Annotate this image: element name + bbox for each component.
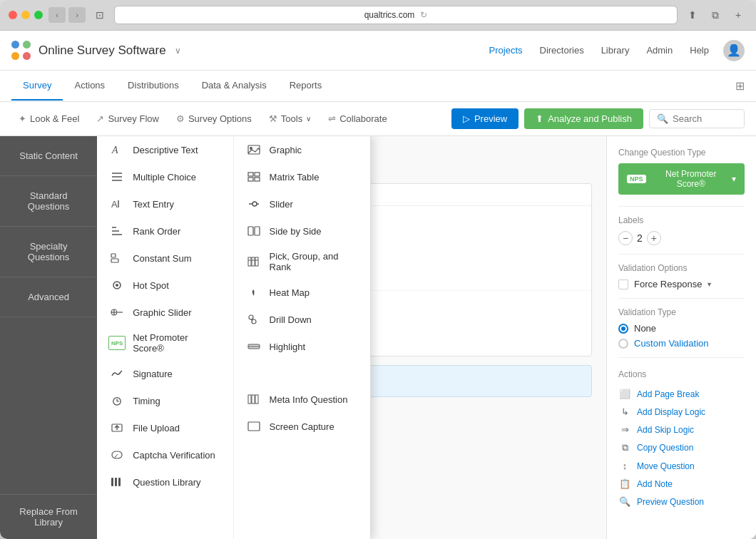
action-add-display-logic[interactable]: ↳ Add Display Logic: [618, 403, 745, 421]
qt-timing[interactable]: Timing: [97, 387, 233, 414]
custom-validation-label[interactable]: Custom Validation: [634, 338, 709, 349]
main-area: Online Survey Software ▾ How was your ex…: [0, 136, 756, 539]
action-add-skip-logic[interactable]: ⇒ Add Skip Logic: [618, 421, 745, 438]
qt-constant-sum[interactable]: Constant Sum: [97, 245, 233, 272]
force-response-checkbox[interactable]: [618, 279, 628, 289]
label-increase-button[interactable]: +: [647, 231, 661, 245]
radio-custom-row: Custom Validation: [618, 338, 745, 349]
side-by-side-icon: [245, 224, 262, 238]
qt-matrix-table[interactable]: Matrix Table: [234, 163, 370, 190]
forward-button[interactable]: ›: [68, 7, 86, 23]
nav-buttons: ‹ ›: [48, 7, 86, 23]
share-button[interactable]: ⬆: [683, 7, 702, 23]
qt-descriptive-text[interactable]: A Descriptive Text: [97, 136, 233, 163]
user-avatar[interactable]: 👤: [723, 40, 745, 61]
tools-button[interactable]: ⚒ Tools ∨: [262, 109, 318, 128]
divider-1: [618, 206, 745, 207]
qt-pick-group-rank[interactable]: Pick, Group, and Rank: [234, 245, 370, 279]
qt-screen-capture[interactable]: Screen Capture: [234, 413, 370, 440]
logo-dots: [11, 41, 31, 61]
search-box: 🔍: [649, 109, 745, 128]
nav-link-help[interactable]: Help: [690, 45, 709, 56]
sidebar-replace-library[interactable]: Replace From Library: [0, 494, 97, 539]
validation-type-group: None Custom Validation: [618, 323, 745, 349]
address-bar[interactable]: qualtrics.com ↻: [114, 6, 678, 24]
svg-point-33: [252, 202, 257, 206]
action-preview-question[interactable]: 🔍 Preview Question: [618, 493, 745, 510]
new-tab-button[interactable]: ⧉: [706, 7, 725, 23]
action-move-question[interactable]: ↕ Move Question: [618, 457, 745, 475]
label-decrease-button[interactable]: −: [618, 231, 633, 245]
fullscreen-traffic-light[interactable]: [34, 11, 43, 19]
actions-section: Actions ⬜ Add Page Break ↳ Add Display L…: [618, 369, 745, 510]
grid-icon[interactable]: ⊞: [735, 80, 745, 92]
qt-file-upload[interactable]: File Upload: [97, 414, 233, 441]
svg-rect-31: [255, 178, 260, 181]
svg-rect-35: [255, 227, 260, 235]
tab-data-analysis[interactable]: Data & Analysis: [190, 71, 278, 101]
qt-drill-down[interactable]: Drill Down: [234, 306, 370, 333]
timing-icon: [108, 394, 126, 408]
survey-options-button[interactable]: ⚙ Survey Options: [169, 109, 259, 128]
preview-button[interactable]: ▷ Preview: [451, 108, 519, 129]
qt-captcha[interactable]: ✓ Captcha Verification: [97, 441, 233, 468]
search-input[interactable]: [673, 113, 737, 124]
radio-custom-validation[interactable]: [618, 339, 628, 349]
qt-hot-spot[interactable]: Hot Spot: [97, 272, 233, 299]
survey-flow-button[interactable]: ↗ Survey Flow: [89, 109, 166, 128]
sidebar-advanced[interactable]: Advanced: [0, 277, 97, 317]
refresh-icon[interactable]: ↻: [420, 10, 427, 20]
analyze-publish-button[interactable]: ⬆ Analyze and Publish: [524, 108, 643, 129]
qt-text-entry[interactable]: A Text Entry: [97, 190, 233, 217]
qt-heat-map[interactable]: Heat Map: [234, 279, 370, 306]
add-tab-button[interactable]: +: [729, 7, 747, 23]
sidebar-static-content[interactable]: Static Content: [0, 136, 97, 176]
right-panel: Change Question Type NPS Net Promoter Sc…: [606, 136, 756, 539]
minimize-traffic-light[interactable]: [21, 11, 30, 19]
sidebar-specialty-questions[interactable]: Specialty Questions: [0, 227, 97, 277]
multiple-choice-icon: [108, 170, 126, 184]
action-add-note[interactable]: 📋 Add Note: [618, 475, 745, 493]
preview-icon: ▷: [463, 113, 470, 124]
tab-reports[interactable]: Reports: [278, 71, 334, 101]
nav-link-projects[interactable]: Projects: [489, 45, 523, 56]
qt-multiple-choice[interactable]: Multiple Choice: [97, 163, 233, 190]
tab-actions[interactable]: Actions: [63, 71, 116, 101]
nav-link-directories[interactable]: Directories: [540, 45, 584, 56]
action-copy-question[interactable]: ⧉ Copy Question: [618, 438, 745, 457]
look-feel-button[interactable]: ✦ Look & Feel: [11, 109, 86, 128]
validation-type-title: Validation Type: [618, 307, 745, 317]
qt-highlight[interactable]: Highlight: [234, 333, 370, 360]
meta-info-icon: [245, 392, 262, 406]
qt-slider[interactable]: Slider: [234, 190, 370, 217]
reader-button[interactable]: ⊡: [91, 7, 108, 23]
svg-point-42: [249, 315, 253, 319]
nav-link-library[interactable]: Library: [601, 45, 630, 56]
add-note-icon: 📋: [618, 478, 631, 489]
screen-capture-icon: [245, 419, 262, 433]
change-type-button[interactable]: NPS Net Promoter Score® ▾: [618, 163, 745, 195]
close-traffic-light[interactable]: [9, 11, 17, 19]
collaborate-button[interactable]: ⇌ Collaborate: [321, 109, 394, 128]
constant-sum-icon: [108, 251, 126, 265]
qt-graphic[interactable]: Graphic: [234, 136, 370, 163]
radio-none[interactable]: [618, 324, 628, 334]
qt-graphic-slider[interactable]: Graphic Slider: [97, 299, 233, 326]
logo-area: Online Survey Software ∨: [11, 41, 181, 61]
logo-dropdown-icon[interactable]: ∨: [175, 46, 181, 56]
qt-signature[interactable]: Signature: [97, 360, 233, 387]
qt-net-promoter-score[interactable]: NPS Net Promoter Score®: [97, 326, 233, 360]
qt-side-by-side[interactable]: Side by Side: [234, 217, 370, 245]
qt-rank-order[interactable]: Rank Order: [97, 217, 233, 245]
action-add-page-break[interactable]: ⬜ Add Page Break: [618, 385, 745, 403]
back-button[interactable]: ‹: [48, 7, 66, 23]
qt-meta-info[interactable]: Meta Info Question: [234, 386, 370, 413]
svg-text:A: A: [111, 145, 118, 155]
logo-dot-blue: [11, 41, 19, 48]
nav-link-admin[interactable]: Admin: [646, 45, 673, 56]
sidebar-standard-questions[interactable]: Standard Questions: [0, 176, 97, 227]
qt-question-library[interactable]: Question Library: [97, 468, 233, 496]
svg-point-12: [116, 284, 118, 287]
tab-distributions[interactable]: Distributions: [116, 71, 190, 101]
tab-survey[interactable]: Survey: [11, 71, 63, 101]
